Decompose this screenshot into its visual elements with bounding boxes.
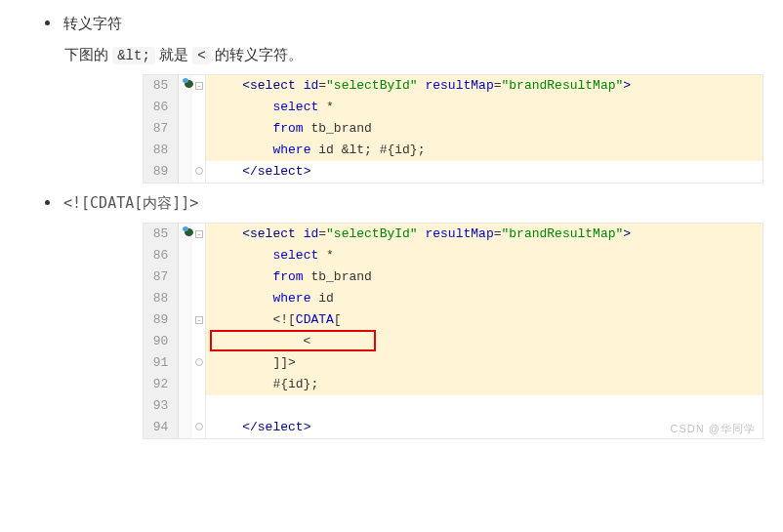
gutter <box>179 118 192 140</box>
fold-end-icon <box>195 358 203 366</box>
line-number: 91 <box>144 352 179 374</box>
fold-gutter <box>192 288 206 309</box>
fold-minus-icon[interactable]: - <box>195 230 203 238</box>
code-line: 89- <![CDATA[ <box>144 309 762 331</box>
fold-gutter <box>192 395 206 417</box>
code-line: 87 from tb_brand <box>144 118 762 140</box>
bullet-title: <![CDATA[内容]]> <box>63 191 198 215</box>
code-content: where id &lt; #{id}; <box>206 140 762 161</box>
code-content: < <box>206 331 762 352</box>
line-number: 85 <box>144 75 179 97</box>
line-number: 88 <box>144 140 179 161</box>
watermark: CSDN @华同学 <box>671 421 756 438</box>
bullet-dot-icon <box>45 200 50 205</box>
code-block-1: 85- <select id="selectById" resultMap="b… <box>143 74 763 184</box>
line-number: 94 <box>144 417 179 438</box>
code-line: 88 where id &lt; #{id}; <box>144 140 762 161</box>
fold-minus-icon[interactable]: - <box>195 316 203 324</box>
line-number: 87 <box>144 118 179 140</box>
section-cdata: <![CDATA[内容]]> 85- <select id="selectByI… <box>20 191 763 439</box>
fold-minus-icon[interactable]: - <box>195 82 203 90</box>
code-content: <select id="selectById" resultMap="brand… <box>206 75 762 97</box>
gutter <box>179 374 192 395</box>
bullet-row: <![CDATA[内容]]> <box>45 191 763 215</box>
fold-gutter <box>192 140 206 161</box>
code-line: 91 ]]> <box>144 352 762 374</box>
line-number: 93 <box>144 395 179 417</box>
fold-gutter <box>192 161 206 183</box>
code-content: from tb_brand <box>206 266 762 288</box>
gutter <box>179 140 192 161</box>
code-line: 87 from tb_brand <box>144 266 762 288</box>
code-line: 90 < <box>144 331 762 352</box>
gutter <box>179 417 192 438</box>
section-escape-char: 转义字符 下图的 &lt; 就是 < 的转义字符。 85- <select id… <box>20 12 763 184</box>
gutter <box>179 288 192 309</box>
fold-gutter: - <box>192 309 206 331</box>
gutter <box>179 352 192 374</box>
gutter <box>179 266 192 288</box>
bullet-row: 转义字符 <box>45 12 763 35</box>
line-number: 86 <box>144 245 179 266</box>
fold-gutter <box>192 352 206 374</box>
gutter <box>179 245 192 266</box>
line-number: 90 <box>144 331 179 352</box>
line-number: 89 <box>144 161 179 183</box>
code-content: ]]> <box>206 352 762 374</box>
line-number: 88 <box>144 288 179 309</box>
inline-code-lt-entity: &lt; <box>112 47 155 64</box>
code-block-2: 85- <select id="selectById" resultMap="b… <box>143 223 763 439</box>
code-content: <![CDATA[ <box>206 309 762 331</box>
code-line: 85- <select id="selectById" resultMap="b… <box>144 224 762 245</box>
code-line: 89 </select> <box>144 161 762 183</box>
gutter <box>179 331 192 352</box>
fold-gutter <box>192 266 206 288</box>
gutter <box>179 309 192 331</box>
line-number: 85 <box>144 224 179 245</box>
fold-gutter <box>192 245 206 266</box>
bug-icon <box>181 77 196 91</box>
gutter <box>179 97 192 118</box>
code-content: select * <box>206 245 762 266</box>
bullet-dot-icon <box>45 20 50 25</box>
code-line: 88 where id <box>144 288 762 309</box>
code-line: 85- <select id="selectById" resultMap="b… <box>144 75 762 97</box>
code-line: 92 #{id}; <box>144 374 762 395</box>
code-content: #{id}; <box>206 374 762 395</box>
line-number: 87 <box>144 266 179 288</box>
line-number: 86 <box>144 97 179 118</box>
bullet-title: 转义字符 <box>63 12 122 35</box>
desc-post: 的转义字符。 <box>215 46 303 62</box>
code-content: select * <box>206 97 762 118</box>
code-line: 93 <box>144 395 762 417</box>
gutter <box>179 395 192 417</box>
code-content: </select> <box>206 161 762 183</box>
gutter <box>179 161 192 183</box>
desc-mid: 就是 <box>159 46 192 62</box>
bug-icon <box>181 225 196 239</box>
line-number: 89 <box>144 309 179 331</box>
code-line: 86 select * <box>144 97 762 118</box>
fold-end-icon <box>195 423 203 430</box>
fold-gutter <box>192 97 206 118</box>
code-line: 86 select * <box>144 245 762 266</box>
line-number: 92 <box>144 374 179 395</box>
section-desc: 下图的 &lt; 就是 < 的转义字符。 <box>64 43 763 66</box>
fold-end-icon <box>195 167 203 175</box>
code-content: where id <box>206 288 762 309</box>
code-content <box>206 395 762 417</box>
inline-code-lt: < <box>192 47 210 64</box>
code-content: from tb_brand <box>206 118 762 140</box>
fold-gutter <box>192 417 206 438</box>
code-content: <select id="selectById" resultMap="brand… <box>206 224 762 245</box>
fold-gutter <box>192 118 206 140</box>
fold-gutter <box>192 331 206 352</box>
desc-pre: 下图的 <box>64 46 112 62</box>
fold-gutter <box>192 374 206 395</box>
